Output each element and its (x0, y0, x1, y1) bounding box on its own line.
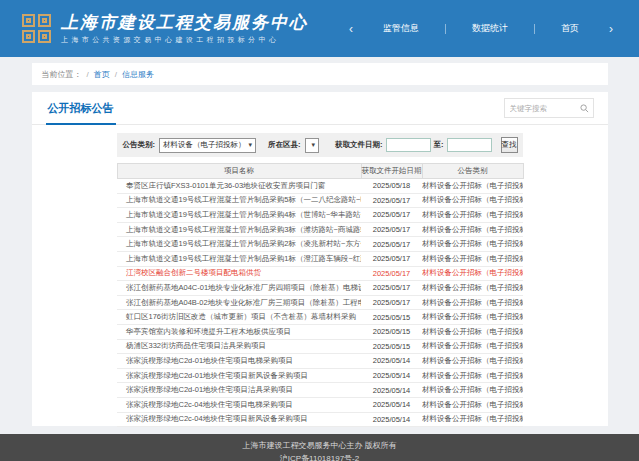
doc-start-date: 2025/05/17 (361, 281, 422, 296)
table-row: 张江创新药基地A04C-01地块专业化标准厂房四期项目（除桩基）电梯设备采购项目… (117, 281, 523, 296)
site-logo-icon (22, 14, 51, 43)
breadcrumb-label: 当前位置： (42, 69, 82, 80)
table-row: 上海市轨道交通19号线工程混凝土管片制品采购3标（潍坊路站~商城路站~浦东南路站… (117, 222, 523, 237)
project-name-link[interactable]: 张江创新药基地A04C-01地块专业化标准厂房四期项目（除桩基）电梯设备采购项目 (117, 281, 361, 296)
announcement-category: 材料设备公开招标（电子招投标） (422, 324, 523, 339)
breadcrumb-info-service-link[interactable]: 信息服务 (122, 69, 154, 80)
table-row: 华亭宾馆室内装修和环境提升工程木地板供应项目 2025/05/15 材料设备公开… (117, 324, 523, 339)
doc-start-date: 2025/05/14 (361, 383, 422, 398)
brand: 上海市建设工程交易服务中心 上海市公共资源交易中心建设工程招投标分中心 (22, 12, 308, 45)
category-filter-label: 公告类别: (123, 140, 156, 150)
nav-item-supervision[interactable]: 监管信息 (371, 22, 431, 35)
table-row: 张家浜楔形绿地C2d-01地块住宅项目洁具采购项目 2025/05/14 材料设… (117, 383, 523, 398)
table-row: 张家浜楔形绿地C2c-04地块住宅项目电梯采购项目 2025/05/14 材料设… (117, 397, 523, 412)
keyword-search-input[interactable] (510, 104, 576, 113)
announcement-category: 材料设备公开招标（电子招投标） (422, 266, 523, 281)
table-row: 江湾校区融合创新二号楼项目配电箱供货 2025/05/17 材料设备公开招标（电… (117, 266, 523, 281)
announcement-table-body: 奉贤区庄行镇FXS3-0101单元36-03地块征收安置房项目门窗 2025/0… (117, 179, 523, 427)
table-row: 张家浜楔形绿地C2d-01地块住宅项目电梯采购项目 2025/05/14 材料设… (117, 354, 523, 369)
doc-start-date: 2025/05/17 (361, 193, 422, 208)
doc-start-date: 2025/05/15 (361, 339, 422, 354)
main-panel: 公开招标公告 公告类别: 材料设备（电子招投标） ▾ 所在区县: ▾ 获取文件日… (32, 92, 608, 426)
category-select[interactable]: 材料设备（电子招投标） ▾ (159, 138, 256, 153)
announcement-category: 材料设备公开招标（电子招投标） (422, 193, 523, 208)
breadcrumb-separator: / (87, 70, 89, 79)
nav-prev-arrow-icon[interactable]: ‹ (345, 22, 357, 36)
date-to-label: 至: (434, 140, 444, 150)
doc-start-date: 2025/05/14 (361, 354, 422, 369)
announcement-category: 材料设备公开招标（电子招投标） (422, 179, 523, 194)
doc-start-date: 2025/05/17 (361, 295, 422, 310)
table-row: 上海市轨道交通19号线工程混凝土管片制品采购2标（凌兆新村站~东方体育中心站~德… (117, 237, 523, 252)
header-announcement-category: 公告类别 (422, 164, 523, 179)
district-filter-label: 所在区县: (268, 140, 301, 150)
breadcrumb-home-link[interactable]: 首页 (94, 69, 110, 80)
doc-start-date: 2025/05/17 (361, 266, 422, 281)
project-name-link[interactable]: 上海市轨道交通19号线工程混凝土管片制品采购5标（一二八纪念路站~呼玛路站~江杨… (117, 193, 361, 208)
announcement-category: 材料设备公开招标（电子招投标） (422, 397, 523, 412)
announcement-category: 材料设备公开招标（电子招投标） (422, 383, 523, 398)
doc-start-date: 2025/05/15 (361, 310, 422, 325)
project-name-link[interactable]: 上海市轨道交通19号线工程混凝土管片制品采购3标（潍坊路站~商城路站~浦东南路站… (117, 222, 361, 237)
breadcrumb-separator: / (115, 70, 117, 79)
table-row: 上海市轨道交通19号线工程混凝土管片制品采购1标（澄江路车辆段~红建路站~联青路… (117, 251, 523, 266)
project-name-link[interactable]: 奉贤区庄行镇FXS3-0101单元36-03地块征收安置房项目门窗 (117, 179, 361, 194)
table-row: 奉贤区庄行镇FXS3-0101单元36-03地块征收安置房项目门窗 2025/0… (117, 179, 523, 194)
table-row: 杨浦区332街坊商品住宅项目洁具采购项目 2025/05/15 材料设备公开招标… (117, 339, 523, 354)
doc-start-date: 2025/05/15 (361, 324, 422, 339)
project-name-link[interactable]: 张江创新药基地A04B-02地块专业化标准厂房三期项目（除桩基）工程电梯设备采购… (117, 295, 361, 310)
breadcrumb: 当前位置： / 首页 / 信息服务 (32, 63, 608, 85)
announcement-category: 材料设备公开招标（电子招投标） (422, 368, 523, 383)
project-name-link[interactable]: 张家浜楔形绿地C2d-01地块住宅项目电梯采购项目 (117, 354, 361, 369)
doc-start-date: 2025/05/18 (361, 179, 422, 194)
site-subtitle: 上海市公共资源交易中心建设工程招投标分中心 (61, 35, 308, 45)
district-select[interactable]: ▾ (305, 138, 320, 153)
nav-next-arrow-icon[interactable]: › (605, 22, 617, 36)
page-footer: 上海市建设工程交易服务中心主办 版权所有 沪ICP备11018197号-2 (0, 434, 639, 461)
table-row: 张家浜楔形绿地C2c-04地块住宅项目新风设备采购项目 2025/05/14 材… (117, 412, 523, 427)
site-title: 上海市建设工程交易服务中心 (61, 12, 308, 32)
project-name-link[interactable]: 上海市轨道交通19号线工程混凝土管片制品采购1标（澄江路车辆段~红建路站~联青路… (117, 251, 361, 266)
doc-start-date: 2025/05/14 (361, 397, 422, 412)
table-row: 张家浜楔形绿地C2d-01地块住宅项目新风设备采购项目 2025/05/14 材… (117, 368, 523, 383)
announcement-category: 材料设备公开招标（电子招投标） (422, 354, 523, 369)
project-name-link[interactable]: 杨浦区332街坊商品住宅项目洁具采购项目 (117, 339, 361, 354)
announcement-category: 材料设备公开招标（电子招投标） (422, 339, 523, 354)
table-row: 张江创新药基地A04B-02地块专业化标准厂房三期项目（除桩基）工程电梯设备采购… (117, 295, 523, 310)
project-name-link[interactable]: 张家浜楔形绿地C2d-01地块住宅项目新风设备采购项目 (117, 368, 361, 383)
doc-start-date: 2025/05/17 (361, 208, 422, 223)
doc-start-date: 2025/05/17 (361, 222, 422, 237)
header-nav: ‹ 监管信息 数据统计 首页 › (345, 22, 617, 36)
header-project-name: 项目名称 (117, 164, 361, 179)
footer-copyright: 上海市建设工程交易服务中心主办 版权所有 (0, 439, 639, 452)
nav-separator (445, 24, 446, 34)
announcement-category: 材料设备公开招标（电子招投标） (422, 222, 523, 237)
doc-start-date: 2025/05/14 (361, 368, 422, 383)
project-name-link[interactable]: 上海市轨道交通19号线工程混凝土管片制品采购4标（世博站~华丰路站~南码头路站，… (117, 208, 361, 223)
project-name-link[interactable]: 张家浜楔形绿地C2c-04地块住宅项目电梯采购项目 (117, 397, 361, 412)
table-row: 上海市轨道交通19号线工程混凝土管片制品采购4标（世博站~华丰路站~南码头路站，… (117, 208, 523, 223)
announcement-table: 项目名称 获取文件开始日期 公告类别 奉贤区庄行镇FXS3-0101单元36-0… (117, 163, 524, 427)
search-icon[interactable] (580, 104, 589, 113)
date-to-input[interactable] (447, 138, 492, 152)
project-name-link[interactable]: 虹口区176街坊旧区改造（城市更新）项目（不含桩基）幕墙材料采购 (117, 310, 361, 325)
chevron-down-icon: ▾ (312, 141, 316, 149)
date-from-input[interactable] (386, 138, 431, 152)
project-name-link[interactable]: 江湾校区融合创新二号楼项目配电箱供货 (117, 266, 361, 281)
announcement-category: 材料设备公开招标（电子招投标） (422, 310, 523, 325)
doc-start-date: 2025/05/14 (361, 412, 422, 427)
footer-icp: 沪ICP备11018197号-2 (0, 452, 639, 461)
announcement-category: 材料设备公开招标（电子招投标） (422, 412, 523, 427)
nav-item-home[interactable]: 首页 (549, 22, 591, 35)
doc-start-date: 2025/05/17 (361, 251, 422, 266)
page-title: 公开招标公告 (46, 101, 116, 125)
find-button[interactable]: 查找 (501, 137, 518, 153)
project-name-link[interactable]: 张家浜楔形绿地C2d-01地块住宅项目洁具采购项目 (117, 383, 361, 398)
nav-item-statistics[interactable]: 数据统计 (460, 22, 520, 35)
project-name-link[interactable]: 张家浜楔形绿地C2c-04地块住宅项目新风设备采购项目 (117, 412, 361, 427)
site-header: 上海市建设工程交易服务中心 上海市公共资源交易中心建设工程招投标分中心 ‹ 监管… (0, 0, 639, 57)
keyword-search-box[interactable] (504, 98, 594, 118)
table-row: 上海市轨道交通19号线工程混凝土管片制品采购5标（一二八纪念路站~呼玛路站~江杨… (117, 193, 523, 208)
project-name-link[interactable]: 上海市轨道交通19号线工程混凝土管片制品采购2标（凌兆新村站~东方体育中心站~德… (117, 237, 361, 252)
project-name-link[interactable]: 华亭宾馆室内装修和环境提升工程木地板供应项目 (117, 324, 361, 339)
